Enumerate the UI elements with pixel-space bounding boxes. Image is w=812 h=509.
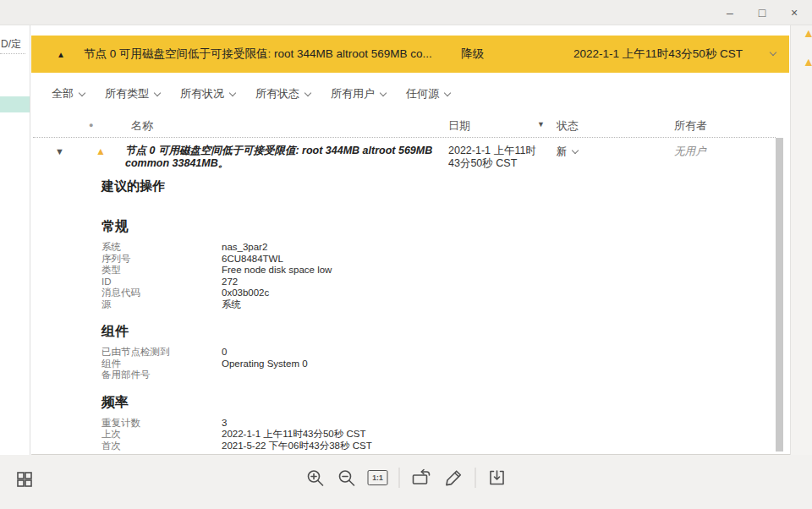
warning-icon: ▲ [803,27,812,39]
close-icon[interactable]: × [788,7,800,19]
banner-severity: 降级 [461,47,484,62]
edit-pencil-icon[interactable] [444,468,464,488]
vertical-scrollbar[interactable] [776,138,783,452]
detail-label: 源 [102,299,222,311]
alert-banner[interactable]: ▲ 节点 0 可用磁盘空间低于可接受限值: root 344MB altroot… [31,36,789,73]
chevron-down-icon [444,90,451,96]
detail-label: 系统 [102,242,222,254]
detail-row: 序列号6CU8484TWL [102,254,744,265]
filter-bar: 全部 所有类型 所有状况 所有状态 所有用户 任何源 [52,86,450,101]
warning-icon: ▲ [96,145,106,157]
detail-value: nas_3par2 [222,242,267,254]
banner-timestamp: 2022-1-1 上午11时43分50秒 CST [573,47,743,62]
filter-label: 所有状况 [180,87,224,100]
grid-apps-icon[interactable] [15,470,34,492]
detail-row: 源系统 [102,299,744,311]
detail-value: 2022-1-1 上午11时43分50秒 CST [222,429,365,441]
severity-column-icon: ● [89,121,93,129]
status-dropdown[interactable]: 新 [557,145,578,159]
alert-owner: 无用户 [674,145,706,159]
divider [475,468,476,488]
filter-all-types[interactable]: 所有类型 [105,86,160,101]
detail-value: 3 [222,418,227,430]
rotate-icon[interactable] [411,468,433,488]
column-header-date[interactable]: 日期 [448,118,470,134]
download-icon[interactable] [487,468,508,488]
chevron-down-icon [154,90,161,96]
detail-label: 重复计数 [102,418,222,430]
column-header-name[interactable]: 名称 [131,118,153,134]
detail-label: ID [102,276,222,288]
chevron-down-icon [571,147,578,154]
detail-row: 首次2021-5-22 下午06时43分38秒 CST [102,441,744,452]
section-component: 组件 已由节点检测到0 组件Operating System 0 备用部件号 [102,323,744,381]
chevron-down-icon [380,90,387,96]
filter-all[interactable]: 全部 [52,86,85,101]
alerts-panel: ▲ 节点 0 可用磁盘空间低于可接受限值: root 344MB altroot… [31,25,790,455]
filter-all-conditions[interactable]: 所有状况 [180,86,235,101]
filter-label: 全部 [52,87,74,100]
filter-any-source[interactable]: 任何源 [406,86,450,101]
detail-row: 重复计数3 [102,418,744,430]
column-header-status[interactable]: 状态 [557,118,579,134]
detail-row: 组件Operating System 0 [102,358,744,370]
right-clipped-panel: ▲ ▲ [790,25,812,455]
divider [0,53,25,54]
detail-row: 类型Free node disk space low [102,265,744,276]
section-title: 常规 [102,218,744,236]
alert-details: 建议的操作 常规 系统nas_3par2 序列号6CU8484TWL 类型Fre… [102,178,744,464]
detail-value: 0x03b002c [222,287,269,299]
banner-message: 节点 0 可用磁盘空间低于可接受限值: root 344MB altroot 5… [84,47,432,62]
detail-row: 系统nas_3par2 [102,242,744,254]
suggested-actions-title: 建议的操作 [102,178,744,194]
detail-value: 0 [222,347,227,358]
clipped-column-label: D/定 [1,37,21,52]
detail-row: 上次2022-1-1 上午11时43分50秒 CST [102,429,744,441]
left-clipped-panel: D/定 [0,25,30,455]
detail-value: Free node disk space low [222,265,332,276]
detail-value: 系统 [222,299,241,311]
detail-value: 6CU8484TWL [222,254,283,265]
section-title: 频率 [102,394,744,412]
status-value: 新 [557,145,568,157]
column-header-owner[interactable]: 所有者 [674,118,707,134]
actual-size-icon[interactable]: 1:1 [368,470,388,485]
collapse-row-icon[interactable]: ▼ [55,146,64,156]
selection-highlight [0,96,30,112]
table-header: ● 名称 日期 ▼ 状态 所有者 [31,118,776,137]
filter-all-states[interactable]: 所有状态 [255,86,310,101]
alert-name: 节点 0 可用磁盘空间低于可接受限值: root 344MB altroot 5… [125,145,440,170]
divider [33,137,776,138]
detail-label: 组件 [102,358,222,370]
section-general: 常规 系统nas_3par2 序列号6CU8484TWL 类型Free node… [102,218,744,310]
divider [399,468,400,488]
detail-value: 2021-5-22 下午06时43分38秒 CST [222,441,372,452]
chevron-down-icon [304,90,311,96]
warning-icon: ▲ [803,56,812,68]
window-titlebar: – □ × [0,0,812,25]
minimize-icon[interactable]: – [724,7,736,19]
detail-row: 消息代码0x03b002c [102,287,744,299]
filter-all-users[interactable]: 所有用户 [331,86,386,101]
detail-label: 首次 [102,441,222,452]
filter-label: 所有用户 [331,87,375,100]
chevron-down-icon[interactable] [770,49,776,56]
filter-label: 所有类型 [105,87,149,100]
detail-row: ID272 [102,276,744,288]
detail-label: 已由节点检测到 [102,347,222,358]
viewer-toolbar: 1:1 [305,468,508,488]
warning-icon: ▲ [57,50,65,59]
zoom-out-icon[interactable] [337,468,357,488]
detail-value: 272 [222,276,238,288]
zoom-in-icon[interactable] [305,468,326,488]
detail-label: 类型 [102,265,222,276]
footer-bar: 1:1 [0,455,812,509]
alert-date: 2022-1-1 上午11时43分50秒 CST [448,145,543,170]
maximize-icon[interactable]: □ [756,7,768,19]
detail-label: 消息代码 [102,287,222,299]
chevron-down-icon [229,90,236,96]
ratio-label: 1:1 [368,470,388,485]
filter-label: 任何源 [406,87,439,100]
sort-descending-icon[interactable]: ▼ [537,120,545,129]
section-frequency: 频率 重复计数3 上次2022-1-1 上午11时43分50秒 CST 首次20… [102,394,744,452]
